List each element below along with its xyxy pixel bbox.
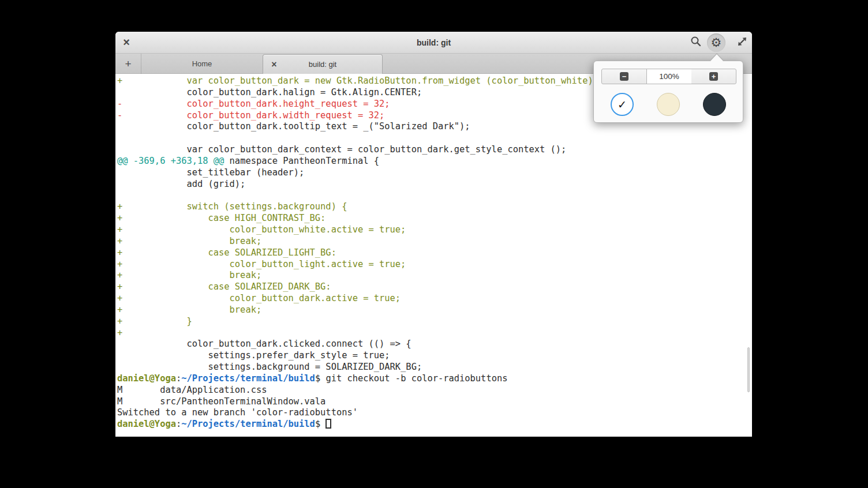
- terminal-row: color_button_dark.tooltip_text = _("Sola…: [117, 121, 752, 133]
- terminal-text: add (grid);: [117, 179, 245, 189]
- terminal-text: settings.prefer_dark_style = true;: [117, 350, 390, 361]
- settings-button[interactable]: ⚙: [707, 33, 725, 52]
- terminal-text: + var color_button_dark = new Gtk.RadioB…: [117, 76, 598, 86]
- titlebar: × build: git ⚙: [115, 32, 752, 54]
- terminal-text: + break;: [117, 305, 261, 315]
- search-button[interactable]: [688, 35, 704, 50]
- terminal-row: + break;: [117, 270, 752, 281]
- terminal-row: M src/PantheonTerminalWindow.vala: [117, 396, 752, 408]
- theme-solarized-light-button[interactable]: ✓: [657, 93, 680, 116]
- terminal-row: daniel@Yoga:~/Projects/terminal/build$: [117, 419, 752, 430]
- terminal-text: daniel@Yoga: [117, 419, 176, 429]
- terminal-text: - color_button_dark.height_request = 32;: [117, 99, 390, 109]
- gear-icon: ⚙: [711, 37, 722, 49]
- terminal-text: set_titlebar (header);: [117, 167, 304, 178]
- terminal-text: M src/PantheonTerminalWindow.vala: [117, 396, 326, 407]
- terminal-text: color_button_dark.halign = Gtk.Align.CEN…: [117, 87, 422, 97]
- fullscreen-button[interactable]: [734, 35, 750, 50]
- terminal-text: color_button_dark.tooltip_text = _("Sola…: [117, 121, 470, 132]
- terminal-row: [117, 133, 752, 144]
- terminal-row: + color_button_white.active = true;: [117, 224, 752, 236]
- theme-high-contrast-button[interactable]: ✓: [611, 93, 634, 116]
- zoom-control: − 100% +: [601, 69, 736, 84]
- terminal-row: + switch (settings.background) {: [117, 201, 752, 213]
- terminal-text: ~/Projects/terminal/build: [181, 419, 315, 429]
- terminal-text: :: [176, 373, 181, 384]
- terminal-text: namespace PantheonTerminal {: [224, 156, 379, 166]
- new-tab-button[interactable]: +: [115, 54, 141, 74]
- terminal-text: M data/Application.css: [117, 385, 267, 395]
- terminal-row: settings.prefer_dark_style = true;: [117, 350, 752, 362]
- terminal-text: - color_button_dark.width_request = 32;: [117, 110, 384, 121]
- tab-label: build: git: [263, 55, 382, 74]
- zoom-in-icon: +: [709, 72, 718, 81]
- terminal-text: @@ -369,6 +363,18 @@: [117, 156, 224, 166]
- scrollbar-thumb[interactable]: [747, 347, 750, 392]
- tab-build-git[interactable]: × build: git: [263, 54, 383, 74]
- terminal-row: +: [117, 328, 752, 339]
- terminal-row: + break;: [117, 305, 752, 316]
- terminal-row: + case HIGH_CONTRAST_BG:: [117, 213, 752, 224]
- check-icon: ✓: [618, 98, 627, 111]
- terminal-output[interactable]: + var color_button_dark = new Gtk.RadioB…: [115, 74, 752, 437]
- terminal-text: daniel@Yoga: [117, 373, 176, 384]
- terminal-row: + case SOLARIZED_LIGHT_BG:: [117, 247, 752, 259]
- zoom-in-button[interactable]: +: [691, 69, 736, 84]
- terminal-text: +: [117, 328, 122, 338]
- settings-popover: − 100% + ✓ ✓ ✓: [593, 61, 743, 123]
- terminal-row: + color_button_dark.active = true;: [117, 293, 752, 305]
- tab-home[interactable]: Home: [141, 54, 263, 74]
- terminal-row: + color_button_light.active = true;: [117, 259, 752, 271]
- terminal-row: + case SOLARIZED_DARK_BG:: [117, 281, 752, 293]
- terminal-row: M data/Application.css: [117, 385, 752, 396]
- terminal-row: color_button_dark.clicked.connect (() =>…: [117, 339, 752, 350]
- terminal-row: var color_button_dark_context = color_bu…: [117, 144, 752, 156]
- terminal-text: + color_button_dark.active = true;: [117, 293, 401, 303]
- terminal-text: settings.background = SOLARIZED_DARK_BG;: [117, 362, 422, 372]
- terminal-row: daniel@Yoga:~/Projects/terminal/build$ g…: [117, 373, 752, 385]
- terminal-text: + color_button_white.active = true;: [117, 224, 406, 235]
- terminal-window: × build: git ⚙: [115, 32, 752, 437]
- terminal-text: :: [176, 419, 181, 429]
- window-close-button[interactable]: ×: [119, 35, 134, 50]
- terminal-row: set_titlebar (header);: [117, 167, 752, 179]
- terminal-row: @@ -369,6 +363,18 @@ namespace PantheonT…: [117, 156, 752, 167]
- zoom-out-button[interactable]: −: [602, 69, 646, 84]
- terminal-row: add (grid);: [117, 179, 752, 190]
- window-title: build: git: [115, 32, 752, 54]
- terminal-row: [117, 190, 752, 201]
- terminal-text: + break;: [117, 270, 261, 280]
- fullscreen-icon: [736, 35, 749, 50]
- terminal-row: + }: [117, 316, 752, 328]
- terminal-text: $ git checkout -b color-radiobuttons: [315, 373, 508, 384]
- terminal-cursor: [326, 419, 331, 429]
- zoom-level: 100%: [646, 69, 691, 84]
- zoom-out-icon: −: [620, 72, 628, 81]
- terminal-text: + color_button_light.active = true;: [117, 259, 406, 269]
- terminal-text: + }: [117, 316, 192, 326]
- terminal-text: Switched to a new branch 'color-radiobut…: [117, 407, 358, 418]
- terminal-row: Switched to a new branch 'color-radiobut…: [117, 407, 752, 419]
- terminal-text: + break;: [117, 236, 261, 246]
- theme-solarized-dark-button[interactable]: ✓: [703, 93, 726, 116]
- terminal-text: var color_button_dark_context = color_bu…: [117, 144, 566, 155]
- terminal-text: + case SOLARIZED_DARK_BG:: [117, 281, 331, 292]
- terminal-row: + break;: [117, 236, 752, 247]
- terminal-text: ~/Projects/terminal/build: [181, 373, 315, 384]
- terminal-text: color_button_dark.clicked.connect (() =>…: [117, 339, 411, 349]
- terminal-text: + case HIGH_CONTRAST_BG:: [117, 213, 326, 223]
- terminal-text: + case SOLARIZED_LIGHT_BG:: [117, 247, 336, 258]
- terminal-text: $: [315, 419, 326, 429]
- terminal-row: settings.background = SOLARIZED_DARK_BG;: [117, 362, 752, 373]
- search-icon: [690, 35, 702, 50]
- terminal-text: + switch (settings.background) {: [117, 201, 347, 212]
